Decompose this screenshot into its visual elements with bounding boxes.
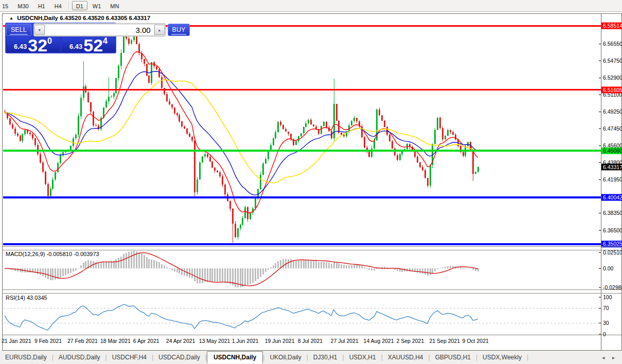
date-tick-label: 13 May 2021: [199, 338, 230, 344]
date-tick-label: 18 Mar 2021: [100, 338, 131, 344]
bid-price-prefix: 6.43: [14, 43, 27, 50]
timeframe-button-h4[interactable]: H4: [50, 1, 66, 10]
collapse-arrow-icon[interactable]: ▲: [9, 16, 13, 21]
volume-input[interactable]: [45, 25, 154, 35]
date-tick-label: 9 Oct 2021: [462, 338, 489, 344]
chart-symbol-label: USDCNH,Daily: [17, 15, 58, 21]
timeframe-button-m30[interactable]: M30: [13, 1, 32, 10]
chart-tab-usdchf-h4[interactable]: USDCHF,H4: [107, 352, 152, 362]
price-badge-6.58514: 6.58514: [603, 23, 622, 29]
chart-tab-audusd-daily[interactable]: AUDUSD,Daily: [54, 352, 105, 362]
rsi-axis-label: 100: [603, 294, 612, 300]
date-axis[interactable]: 21 Jan 20219 Feb 202127 Feb 202118 Mar 2…: [2, 338, 489, 344]
current-price-badge: 6.43317: [603, 164, 622, 170]
volume-decrease-button[interactable]: ▼: [34, 25, 45, 35]
one-click-trading-panel: SELL ▼ ▲ BUY 6.43 32 0 6.43 52 4: [5, 23, 116, 53]
price-tick-label: 6.49250: [603, 108, 622, 115]
date-tick-label: 14 Aug 2021: [364, 338, 394, 344]
chart-tab-ukoil-daily[interactable]: UKOil,Daily: [264, 352, 306, 362]
macd-axis-label: -0.02988: [603, 284, 622, 290]
date-tick-label: 1 Jun 2021: [232, 338, 259, 344]
price-badge-6.45060: 6.45060: [603, 148, 622, 154]
rsi-indicator-label: RSI(14) 43.0345: [6, 295, 47, 301]
buy-button-label: BUY: [171, 26, 187, 35]
date-tick-label: 2 Sep 2021: [397, 338, 424, 344]
triangle-up-icon: ▲: [157, 28, 161, 32]
rsi-axis-label: 30: [603, 320, 609, 326]
rsi-axis-label: 0: [603, 331, 606, 337]
volume-stepper: ▼ ▲: [33, 23, 166, 37]
chart-tab-usdx-weekly[interactable]: USDX,Weekly: [477, 352, 527, 362]
price-tick-label: 6.52900: [603, 75, 622, 81]
price-tick-label: 6.47450: [603, 125, 622, 132]
timeframe-toolbar: 15M30H1H4D1W1MN: [0, 0, 622, 12]
chart-ohlc-values: 6.43520 6.43520 6.43305 6.43317: [60, 15, 150, 21]
volume-increase-button[interactable]: ▲: [154, 25, 165, 35]
timeframe-button-w1[interactable]: W1: [88, 1, 105, 10]
macd-axis-label: 0.00: [603, 265, 614, 271]
tab-separator: |: [527, 354, 528, 361]
date-tick-label: 9 Feb 2021: [34, 338, 62, 344]
bid-price-pipette: 0: [47, 37, 52, 46]
price-badge-6.35025: 6.35025: [603, 241, 622, 247]
ask-price-pipette: 4: [103, 37, 108, 46]
date-tick-label: 8 Jul 2021: [298, 338, 323, 344]
chart-tab-eurusd-daily[interactable]: EURUSD,Daily: [0, 352, 52, 362]
price-badge-6.40042: 6.40042: [603, 194, 622, 201]
bid-price-button[interactable]: 6.43 32 0: [6, 38, 60, 52]
chart-tab-xauusd-h4[interactable]: XAUUSD,H4: [383, 352, 429, 362]
price-tick-label: 6.38350: [603, 210, 622, 216]
chart-window-frame: [3, 14, 622, 351]
timeframe-button-15[interactable]: 15: [0, 1, 12, 10]
price-badge-6.51605: 6.51605: [603, 87, 622, 93]
ask-price-prefix: 6.43: [69, 43, 82, 50]
date-tick-label: 21 Jan 2021: [2, 338, 31, 344]
date-tick-label: 21 Sep 2021: [429, 338, 460, 344]
date-tick-label: 24 Apr 2021: [166, 338, 196, 344]
date-tick-label: 27 Jul 2021: [331, 338, 359, 344]
macd-axis-label: 0.025108: [603, 249, 622, 256]
date-tick-label: 6 Apr 2021: [133, 338, 159, 344]
timeframe-button-d1[interactable]: D1: [72, 1, 87, 10]
tab-scroll-arrows[interactable]: ◂ ▸: [602, 355, 618, 360]
toolbar-separator: [68, 2, 69, 10]
sell-button[interactable]: SELL: [6, 24, 31, 36]
ask-price-big-digits: 52: [83, 39, 103, 52]
timeframe-button-h1[interactable]: H1: [34, 1, 49, 10]
price-tick-label: 6.54750: [603, 58, 622, 64]
date-tick-label: 27 Feb 2021: [67, 338, 98, 344]
ask-price-button[interactable]: 6.43 52 4: [62, 38, 115, 52]
chart-tab-gbpusd-h1[interactable]: GBPUSD,H1: [430, 352, 476, 362]
timeframe-button-mn[interactable]: MN: [106, 1, 123, 10]
chart-tab-bar: EURUSD,Daily|AUDUSD,Daily|USDCHF,H4|USDC…: [0, 351, 622, 364]
price-tick-label: 6.56550: [603, 41, 622, 47]
chart-title: ▲ USDCNH,Daily 6.43520 6.43520 6.43305 6…: [9, 15, 150, 21]
chart-tab-dj30-h1[interactable]: DJ30,H1: [308, 352, 343, 362]
rsi-axis-label: 70: [603, 305, 609, 311]
chart-tab-usdcad-daily[interactable]: USDCAD,Daily: [153, 352, 205, 362]
price-tick-label: 6.36500: [603, 227, 622, 233]
triangle-down-icon: ▼: [38, 28, 41, 32]
chart-tab-usdx-h1[interactable]: USDX,H1: [344, 352, 381, 362]
bid-price-big-digits: 32: [28, 39, 47, 52]
macd-indicator-label: MACD(12,26,9) -0.005810 -0.003973: [6, 251, 99, 257]
date-tick-label: 19 Jun 2021: [265, 338, 295, 344]
chart-tab-usdcnh-daily[interactable]: USDCNH,Daily: [207, 351, 263, 363]
buy-button[interactable]: BUY: [168, 24, 190, 36]
mt4-window: 6.565506.547506.529006.511006.492506.474…: [0, 0, 622, 364]
sell-button-label: SELL: [10, 26, 28, 35]
price-tick-label: 6.41950: [603, 176, 622, 183]
